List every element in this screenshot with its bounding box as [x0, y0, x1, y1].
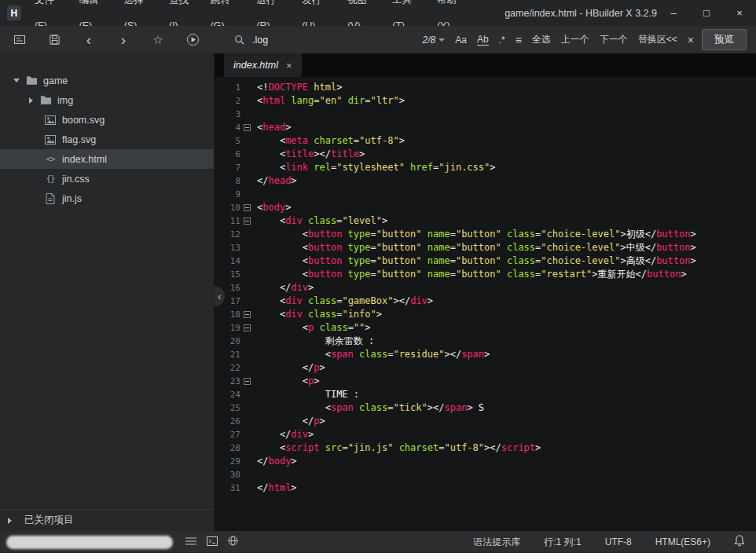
- whole-word-button[interactable]: Ab: [477, 34, 489, 46]
- chevron-down-icon: [439, 38, 445, 42]
- select-all-button[interactable]: 全选: [532, 33, 551, 46]
- code-line[interactable]: 11 <div class="level">: [215, 214, 756, 228]
- previous-button[interactable]: 上一个: [561, 33, 589, 46]
- code-line[interactable]: 16 </div>: [215, 281, 756, 295]
- fold-toggle-icon[interactable]: [242, 214, 252, 228]
- back-icon[interactable]: ‹: [82, 33, 96, 47]
- minimize-button[interactable]: –: [657, 0, 690, 26]
- match-position[interactable]: 2/8: [423, 35, 446, 46]
- code-line[interactable]: 24 TIME :: [215, 388, 756, 401]
- code-line[interactable]: 31</html>: [215, 481, 756, 495]
- tab-index-html[interactable]: index.html ×: [224, 53, 302, 77]
- globe-icon[interactable]: [228, 536, 238, 548]
- code-line[interactable]: 20 剩余雷数 :: [215, 335, 756, 348]
- code-line[interactable]: 6 <title></title>: [215, 148, 756, 161]
- tree-item-game[interactable]: game: [0, 71, 214, 90]
- fold-toggle-icon[interactable]: [242, 201, 252, 214]
- encoding[interactable]: UTF-8: [605, 536, 632, 547]
- match-case-button[interactable]: Aa: [455, 35, 467, 46]
- code-line[interactable]: 27 </div>: [215, 428, 756, 441]
- code-line[interactable]: 21 <span class="residue"></span>: [215, 348, 756, 361]
- tree-item-flag-svg[interactable]: flag.svg: [0, 130, 214, 149]
- code-line[interactable]: 29</body>: [215, 455, 756, 468]
- replace-area-button[interactable]: 替换区<<: [638, 33, 677, 46]
- code-line[interactable]: 7 <link rel="stylesheet" href="jin.css">: [215, 161, 756, 174]
- code-line[interactable]: 10<body>: [215, 201, 756, 214]
- search-input[interactable]: .log: [252, 35, 268, 46]
- code-line[interactable]: 17 <div class="gameBox"></div>: [215, 295, 756, 308]
- find-bar: .log: [233, 33, 268, 47]
- tree-item-label: jin.js: [62, 193, 82, 204]
- forward-icon[interactable]: ›: [116, 33, 130, 47]
- code-line[interactable]: 18 <div class="info">: [215, 308, 756, 321]
- tree-item-index-html[interactable]: <> index.html: [0, 149, 214, 169]
- next-button[interactable]: 下一个: [600, 33, 628, 46]
- fold-toggle-icon[interactable]: [242, 321, 252, 335]
- line-gutter: 1: [215, 81, 252, 94]
- code-line[interactable]: 28 <script src="jin.js" charset="utf-8">…: [215, 441, 756, 455]
- code-line[interactable]: 14 <button type="button" name="button" c…: [215, 254, 756, 268]
- fold-toggle-icon[interactable]: [242, 375, 252, 388]
- fold-toggle-icon[interactable]: [242, 308, 252, 321]
- regex-button[interactable]: .*: [499, 35, 505, 46]
- chevron-right-icon[interactable]: [29, 97, 33, 104]
- fold-toggle-icon[interactable]: [242, 121, 252, 134]
- code-text: </p>: [257, 361, 325, 375]
- line-number: 21: [230, 348, 240, 361]
- console-icon[interactable]: [13, 33, 27, 47]
- code-line[interactable]: 15 <button type="button" name="button" c…: [215, 268, 756, 281]
- code-line[interactable]: 13 <button type="button" name="button" c…: [215, 241, 756, 254]
- close-search-icon[interactable]: ×: [688, 34, 694, 46]
- closed-projects-section[interactable]: 已关闭项目: [0, 509, 214, 531]
- title-bar: H 文件(F) 编辑(E) 选择(S) 查找(I) 跳转(G) 运行(R) 发行…: [0, 0, 756, 26]
- code-line[interactable]: 19 <p class="">: [215, 321, 756, 335]
- fold-spacer: [242, 161, 252, 174]
- line-number: 25: [230, 401, 240, 415]
- favorite-star-icon[interactable]: ☆: [151, 33, 165, 47]
- code-line[interactable]: 9: [215, 188, 756, 201]
- code-line[interactable]: 5 <meta charset="utf-8">: [215, 134, 756, 148]
- tree-item-jin-css[interactable]: {} jin.css: [0, 169, 214, 188]
- save-icon[interactable]: [47, 33, 61, 47]
- language-mode[interactable]: HTML(ES6+): [655, 536, 710, 547]
- code-line[interactable]: 8</head>: [215, 174, 756, 188]
- tree-item-img[interactable]: img: [0, 90, 214, 110]
- code-line[interactable]: 4<head>: [215, 121, 756, 134]
- maximize-button[interactable]: □: [690, 0, 723, 26]
- run-icon[interactable]: [185, 33, 200, 47]
- tree-item-boom-svg[interactable]: boom.svg: [0, 110, 214, 130]
- line-number: 29: [230, 455, 240, 468]
- fold-spacer: [242, 254, 252, 268]
- code-line[interactable]: 22 </p>: [215, 361, 756, 375]
- close-window-button[interactable]: ×: [723, 0, 756, 26]
- preview-button[interactable]: 预览: [702, 29, 747, 50]
- close-tab-icon[interactable]: ×: [286, 60, 292, 71]
- cursor-position[interactable]: 行:1 列:1: [544, 536, 581, 549]
- bell-icon[interactable]: [734, 535, 745, 549]
- code-line[interactable]: 23 <p>: [215, 375, 756, 388]
- image-icon: [44, 134, 57, 146]
- code-editor[interactable]: 1<!DOCTYPE html>2<html lang="en" dir="lt…: [215, 77, 756, 531]
- tree-item-label: flag.svg: [62, 134, 96, 145]
- code-line[interactable]: 1<!DOCTYPE html>: [215, 81, 756, 94]
- code-line[interactable]: 2<html lang="en" dir="ltr">: [215, 94, 756, 108]
- code-line[interactable]: 30: [215, 468, 756, 481]
- terminal-icon[interactable]: [207, 536, 218, 548]
- editor-tab-bar: index.html ×: [215, 53, 756, 77]
- code-line[interactable]: 25 <span class="tick"></span> S: [215, 401, 756, 415]
- line-gutter: 8: [215, 174, 252, 188]
- code-text: TIME :: [257, 388, 359, 401]
- chevron-down-icon[interactable]: [13, 79, 20, 82]
- tree-item-jin-js[interactable]: jin.js: [0, 188, 214, 208]
- line-number: 16: [230, 281, 240, 295]
- line-number: 20: [230, 335, 240, 348]
- filter-lines-icon[interactable]: ≡: [516, 34, 522, 46]
- syntax-hint-library[interactable]: 语法提示库: [473, 536, 520, 549]
- list-icon[interactable]: [185, 536, 196, 548]
- code-line[interactable]: 26 </p>: [215, 415, 756, 428]
- line-number: 1: [235, 81, 240, 94]
- code-line[interactable]: 12 <button type="button" name="button" c…: [215, 228, 756, 241]
- code-line[interactable]: 3: [215, 108, 756, 121]
- js-file-icon: [44, 192, 57, 205]
- fold-spacer: [242, 81, 252, 94]
